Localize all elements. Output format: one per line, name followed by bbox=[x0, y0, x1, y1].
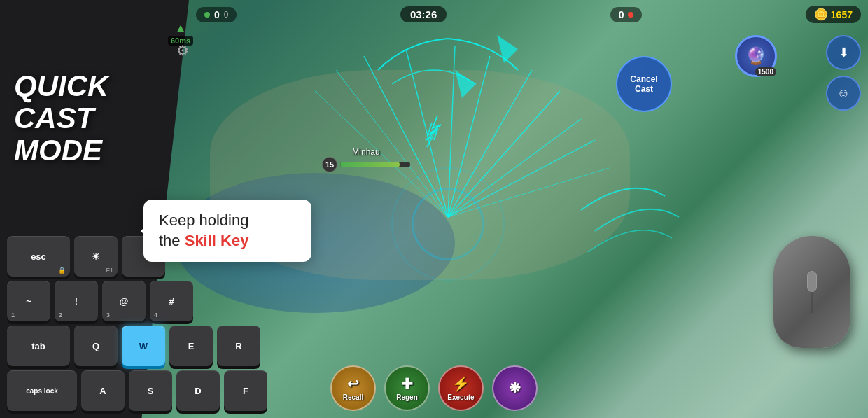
key-e[interactable]: E bbox=[169, 326, 213, 366]
key-exclaim-top: ! bbox=[75, 296, 78, 307]
mouse-scroll-wheel bbox=[807, 271, 817, 292]
key-e-label: E bbox=[188, 341, 195, 351]
key-hash[interactable]: # 4 bbox=[150, 281, 193, 321]
recall-label: Recall bbox=[343, 393, 363, 401]
regen-icon: ✚ bbox=[401, 375, 413, 392]
tooltip-line2: the bbox=[159, 232, 185, 249]
character-info: Minhau 15 bbox=[322, 147, 410, 172]
key-d[interactable]: D bbox=[176, 370, 220, 411]
key-f1-label: F1 bbox=[106, 267, 113, 274]
key-caps-label: caps lock bbox=[26, 387, 58, 395]
skill-bar: ↩ Recall ✚ Regen ⚡ Execute ❋ bbox=[330, 365, 538, 411]
key-caps[interactable]: caps lock bbox=[7, 370, 77, 411]
key-1: 1 bbox=[11, 312, 15, 319]
key-f[interactable]: F bbox=[224, 370, 267, 411]
keyboard-row-3: tab Q W E R bbox=[7, 326, 294, 366]
tooltip-bubble: Keep holding the Skill Key bbox=[144, 200, 312, 262]
regen-label: Regen bbox=[396, 393, 418, 401]
key-w[interactable]: W bbox=[122, 326, 165, 366]
skill-recall[interactable]: ↩ Recall bbox=[330, 365, 376, 411]
health-bar bbox=[340, 162, 410, 167]
keyboard-row-2: ~ 1 ! 2 @ 3 # 4 bbox=[7, 281, 294, 321]
key-exclaim[interactable]: ! 2 bbox=[55, 281, 98, 321]
right-skill-1[interactable]: ⬇ bbox=[826, 35, 861, 70]
right-skill-buttons: ⬇ ☺ bbox=[826, 35, 861, 111]
key-tab[interactable]: tab bbox=[7, 326, 70, 366]
mouse-image bbox=[770, 236, 854, 362]
settings-icon[interactable]: ⚙ bbox=[176, 42, 197, 63]
health-fill bbox=[340, 162, 400, 167]
key-a-label: A bbox=[99, 386, 106, 396]
key-r[interactable]: R bbox=[217, 326, 260, 366]
key-3: 3 bbox=[106, 312, 110, 319]
key-s[interactable]: S bbox=[129, 370, 172, 411]
wifi-icon: ▲ bbox=[168, 21, 193, 36]
skill-count: 1500 bbox=[755, 67, 776, 76]
tooltip-text: Keep holding the Skill Key bbox=[159, 211, 296, 251]
right-skill-2[interactable]: ☺ bbox=[826, 76, 861, 111]
key-w-label: W bbox=[139, 341, 148, 351]
cancel-cast-button[interactable]: CancelCast bbox=[616, 56, 672, 112]
skill-4[interactable]: ❋ bbox=[492, 365, 538, 411]
key-q-label: Q bbox=[92, 341, 99, 351]
mouse-body bbox=[774, 236, 850, 348]
cancel-cast-label: CancelCast bbox=[630, 74, 657, 94]
tooltip-skill-key: Skill Key bbox=[185, 232, 249, 249]
key-brightness-icon: ☀ bbox=[92, 251, 100, 262]
key-hash-top: # bbox=[169, 296, 174, 307]
key-brightness[interactable]: ☀ F1 bbox=[74, 236, 118, 277]
skill4-icon: ❋ bbox=[509, 379, 521, 396]
key-r-label: R bbox=[235, 341, 241, 351]
key-tab-label: tab bbox=[31, 341, 46, 351]
key-esc-label: esc bbox=[31, 251, 46, 262]
title-line1: QUICK CAST bbox=[14, 69, 108, 134]
key-2: 2 bbox=[59, 312, 62, 319]
skill-execute[interactable]: ⚡ Execute bbox=[438, 365, 484, 411]
tooltip-line1: Keep holding bbox=[159, 211, 248, 229]
key-tilde-top: ~ bbox=[26, 296, 31, 307]
key-4: 4 bbox=[154, 312, 158, 319]
character-level: 15 bbox=[322, 157, 337, 172]
skill-regen[interactable]: ✚ Regen bbox=[384, 365, 430, 411]
key-d-label: D bbox=[195, 386, 201, 396]
key-esc[interactable]: esc 🔒 bbox=[7, 236, 70, 277]
recall-icon: ↩ bbox=[347, 375, 359, 392]
skill-avatar[interactable]: 🔮 1500 bbox=[735, 35, 777, 77]
key-at-top: @ bbox=[120, 296, 129, 307]
title-line2: MODE bbox=[14, 134, 102, 167]
mode-title: QUICK CAST MODE bbox=[14, 70, 154, 167]
avatar-icon: 🔮 bbox=[746, 46, 766, 66]
key-f-label: F bbox=[243, 386, 248, 396]
key-q[interactable]: Q bbox=[74, 326, 118, 366]
keyboard-row-4: caps lock A S D F bbox=[7, 370, 294, 411]
health-bar-container: 15 bbox=[322, 157, 410, 172]
key-esc-sub: 🔒 bbox=[58, 267, 66, 274]
execute-label: Execute bbox=[447, 393, 474, 401]
character-name: Minhau bbox=[322, 147, 410, 157]
key-a[interactable]: A bbox=[81, 370, 125, 411]
key-s-label: S bbox=[148, 386, 154, 396]
key-at[interactable]: @ 3 bbox=[102, 281, 146, 321]
key-tilde[interactable]: ~ 1 bbox=[7, 281, 50, 321]
execute-icon: ⚡ bbox=[452, 375, 470, 392]
